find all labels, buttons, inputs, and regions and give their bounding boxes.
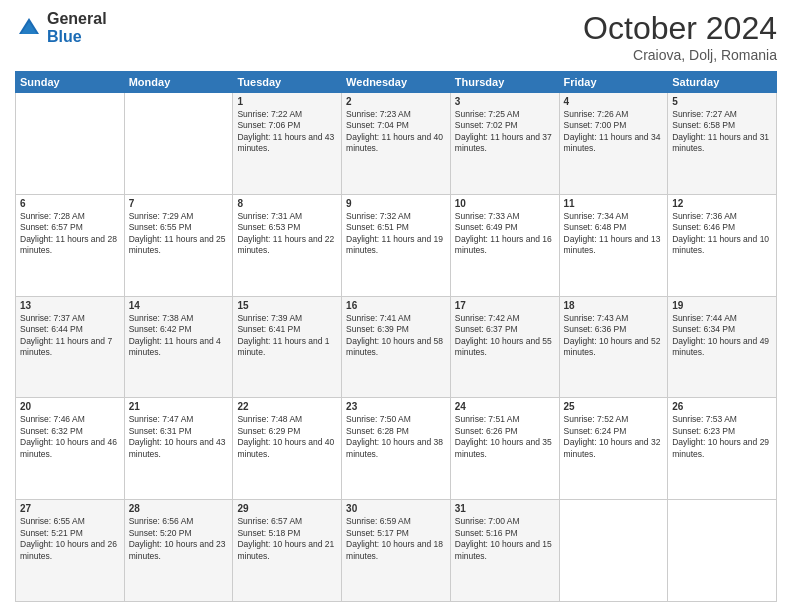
page: General Blue October 2024 Craiova, Dolj,… (0, 0, 792, 612)
calendar-week-3: 13Sunrise: 7:37 AM Sunset: 6:44 PM Dayli… (16, 296, 777, 398)
calendar-cell (16, 93, 125, 195)
day-number: 23 (346, 401, 446, 412)
day-number: 8 (237, 198, 337, 209)
calendar-cell: 3Sunrise: 7:25 AM Sunset: 7:02 PM Daylig… (450, 93, 559, 195)
calendar-cell: 15Sunrise: 7:39 AM Sunset: 6:41 PM Dayli… (233, 296, 342, 398)
col-saturday: Saturday (668, 72, 777, 93)
cell-info: Sunrise: 7:52 AM Sunset: 6:24 PM Dayligh… (564, 414, 664, 460)
cell-info: Sunrise: 7:47 AM Sunset: 6:31 PM Dayligh… (129, 414, 229, 460)
day-number: 4 (564, 96, 664, 107)
col-monday: Monday (124, 72, 233, 93)
cell-info: Sunrise: 7:25 AM Sunset: 7:02 PM Dayligh… (455, 109, 555, 155)
cell-info: Sunrise: 7:28 AM Sunset: 6:57 PM Dayligh… (20, 211, 120, 257)
calendar-cell: 29Sunrise: 6:57 AM Sunset: 5:18 PM Dayli… (233, 500, 342, 602)
day-number: 30 (346, 503, 446, 514)
cell-info: Sunrise: 7:27 AM Sunset: 6:58 PM Dayligh… (672, 109, 772, 155)
day-number: 18 (564, 300, 664, 311)
calendar-cell: 14Sunrise: 7:38 AM Sunset: 6:42 PM Dayli… (124, 296, 233, 398)
day-number: 6 (20, 198, 120, 209)
calendar-cell: 1Sunrise: 7:22 AM Sunset: 7:06 PM Daylig… (233, 93, 342, 195)
col-friday: Friday (559, 72, 668, 93)
calendar-cell: 24Sunrise: 7:51 AM Sunset: 6:26 PM Dayli… (450, 398, 559, 500)
calendar-cell: 27Sunrise: 6:55 AM Sunset: 5:21 PM Dayli… (16, 500, 125, 602)
location: Craiova, Dolj, Romania (583, 47, 777, 63)
cell-info: Sunrise: 7:41 AM Sunset: 6:39 PM Dayligh… (346, 313, 446, 359)
day-number: 27 (20, 503, 120, 514)
calendar-cell (559, 500, 668, 602)
cell-info: Sunrise: 7:26 AM Sunset: 7:00 PM Dayligh… (564, 109, 664, 155)
calendar-week-4: 20Sunrise: 7:46 AM Sunset: 6:32 PM Dayli… (16, 398, 777, 500)
day-number: 13 (20, 300, 120, 311)
calendar-cell: 23Sunrise: 7:50 AM Sunset: 6:28 PM Dayli… (342, 398, 451, 500)
day-number: 14 (129, 300, 229, 311)
cell-info: Sunrise: 6:59 AM Sunset: 5:17 PM Dayligh… (346, 516, 446, 562)
cell-info: Sunrise: 7:51 AM Sunset: 6:26 PM Dayligh… (455, 414, 555, 460)
day-number: 12 (672, 198, 772, 209)
calendar-cell: 31Sunrise: 7:00 AM Sunset: 5:16 PM Dayli… (450, 500, 559, 602)
col-sunday: Sunday (16, 72, 125, 93)
cell-info: Sunrise: 6:55 AM Sunset: 5:21 PM Dayligh… (20, 516, 120, 562)
header: General Blue October 2024 Craiova, Dolj,… (15, 10, 777, 63)
calendar-cell (124, 93, 233, 195)
day-number: 7 (129, 198, 229, 209)
cell-info: Sunrise: 7:48 AM Sunset: 6:29 PM Dayligh… (237, 414, 337, 460)
cell-info: Sunrise: 7:36 AM Sunset: 6:46 PM Dayligh… (672, 211, 772, 257)
calendar-cell: 9Sunrise: 7:32 AM Sunset: 6:51 PM Daylig… (342, 194, 451, 296)
calendar-cell: 7Sunrise: 7:29 AM Sunset: 6:55 PM Daylig… (124, 194, 233, 296)
day-number: 25 (564, 401, 664, 412)
day-number: 16 (346, 300, 446, 311)
cell-info: Sunrise: 7:38 AM Sunset: 6:42 PM Dayligh… (129, 313, 229, 359)
day-number: 2 (346, 96, 446, 107)
cell-info: Sunrise: 7:23 AM Sunset: 7:04 PM Dayligh… (346, 109, 446, 155)
day-number: 21 (129, 401, 229, 412)
day-number: 22 (237, 401, 337, 412)
logo-general-text: General (47, 10, 107, 28)
day-number: 29 (237, 503, 337, 514)
cell-info: Sunrise: 7:22 AM Sunset: 7:06 PM Dayligh… (237, 109, 337, 155)
day-number: 10 (455, 198, 555, 209)
logo-text: General Blue (47, 10, 107, 45)
cell-info: Sunrise: 6:57 AM Sunset: 5:18 PM Dayligh… (237, 516, 337, 562)
day-number: 17 (455, 300, 555, 311)
calendar-cell: 5Sunrise: 7:27 AM Sunset: 6:58 PM Daylig… (668, 93, 777, 195)
logo: General Blue (15, 10, 107, 45)
calendar-cell: 4Sunrise: 7:26 AM Sunset: 7:00 PM Daylig… (559, 93, 668, 195)
calendar-cell: 13Sunrise: 7:37 AM Sunset: 6:44 PM Dayli… (16, 296, 125, 398)
calendar-cell: 20Sunrise: 7:46 AM Sunset: 6:32 PM Dayli… (16, 398, 125, 500)
cell-info: Sunrise: 7:00 AM Sunset: 5:16 PM Dayligh… (455, 516, 555, 562)
calendar-cell: 21Sunrise: 7:47 AM Sunset: 6:31 PM Dayli… (124, 398, 233, 500)
cell-info: Sunrise: 7:43 AM Sunset: 6:36 PM Dayligh… (564, 313, 664, 359)
calendar-week-5: 27Sunrise: 6:55 AM Sunset: 5:21 PM Dayli… (16, 500, 777, 602)
day-number: 24 (455, 401, 555, 412)
calendar-cell: 19Sunrise: 7:44 AM Sunset: 6:34 PM Dayli… (668, 296, 777, 398)
calendar-cell: 8Sunrise: 7:31 AM Sunset: 6:53 PM Daylig… (233, 194, 342, 296)
cell-info: Sunrise: 7:33 AM Sunset: 6:49 PM Dayligh… (455, 211, 555, 257)
title-block: October 2024 Craiova, Dolj, Romania (583, 10, 777, 63)
cell-info: Sunrise: 7:50 AM Sunset: 6:28 PM Dayligh… (346, 414, 446, 460)
calendar-cell: 11Sunrise: 7:34 AM Sunset: 6:48 PM Dayli… (559, 194, 668, 296)
calendar-cell: 18Sunrise: 7:43 AM Sunset: 6:36 PM Dayli… (559, 296, 668, 398)
day-number: 11 (564, 198, 664, 209)
calendar: Sunday Monday Tuesday Wednesday Thursday… (15, 71, 777, 602)
day-number: 9 (346, 198, 446, 209)
calendar-week-1: 1Sunrise: 7:22 AM Sunset: 7:06 PM Daylig… (16, 93, 777, 195)
calendar-cell: 28Sunrise: 6:56 AM Sunset: 5:20 PM Dayli… (124, 500, 233, 602)
calendar-body: 1Sunrise: 7:22 AM Sunset: 7:06 PM Daylig… (16, 93, 777, 602)
cell-info: Sunrise: 7:53 AM Sunset: 6:23 PM Dayligh… (672, 414, 772, 460)
day-number: 31 (455, 503, 555, 514)
day-number: 19 (672, 300, 772, 311)
day-number: 26 (672, 401, 772, 412)
calendar-cell: 22Sunrise: 7:48 AM Sunset: 6:29 PM Dayli… (233, 398, 342, 500)
calendar-cell: 26Sunrise: 7:53 AM Sunset: 6:23 PM Dayli… (668, 398, 777, 500)
calendar-cell: 2Sunrise: 7:23 AM Sunset: 7:04 PM Daylig… (342, 93, 451, 195)
cell-info: Sunrise: 6:56 AM Sunset: 5:20 PM Dayligh… (129, 516, 229, 562)
day-number: 20 (20, 401, 120, 412)
day-number: 5 (672, 96, 772, 107)
day-number: 3 (455, 96, 555, 107)
calendar-cell: 25Sunrise: 7:52 AM Sunset: 6:24 PM Dayli… (559, 398, 668, 500)
calendar-cell: 6Sunrise: 7:28 AM Sunset: 6:57 PM Daylig… (16, 194, 125, 296)
cell-info: Sunrise: 7:39 AM Sunset: 6:41 PM Dayligh… (237, 313, 337, 359)
cell-info: Sunrise: 7:31 AM Sunset: 6:53 PM Dayligh… (237, 211, 337, 257)
day-number: 15 (237, 300, 337, 311)
cell-info: Sunrise: 7:32 AM Sunset: 6:51 PM Dayligh… (346, 211, 446, 257)
